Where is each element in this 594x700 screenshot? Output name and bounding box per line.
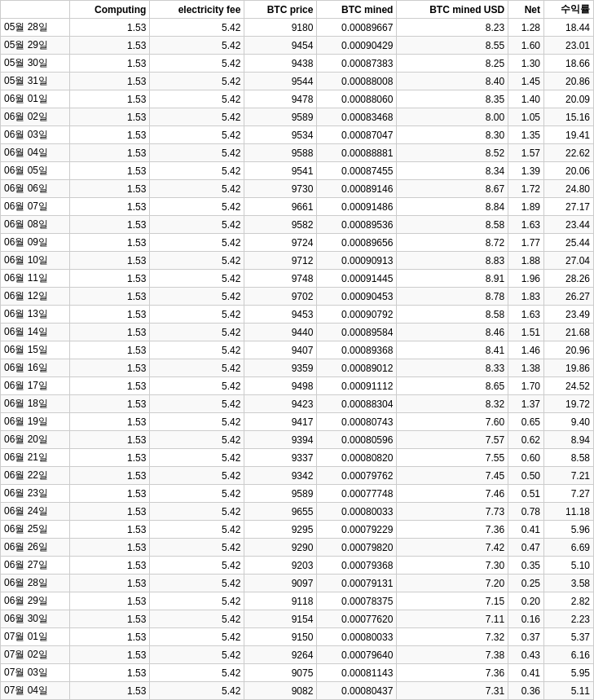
value-cell: 0.00078375 xyxy=(317,592,397,610)
value-cell: 1.35 xyxy=(508,126,544,144)
value-cell: 9417 xyxy=(244,413,317,431)
value-cell: 1.77 xyxy=(508,234,544,252)
value-cell: 0.00091486 xyxy=(317,198,397,216)
value-cell: 0.00077748 xyxy=(317,485,397,503)
value-cell: 9661 xyxy=(244,198,317,216)
value-cell: 5.42 xyxy=(150,270,244,288)
value-cell: 8.00 xyxy=(397,108,508,126)
table-row: 05월 30일1.535.4294380.000873838.251.3018.… xyxy=(1,55,594,73)
value-cell: 0.00080033 xyxy=(317,628,397,646)
value-cell: 9295 xyxy=(244,521,317,539)
date-cell: 06월 08일 xyxy=(1,216,70,234)
date-cell: 06월 30일 xyxy=(1,610,70,628)
value-cell: 7.15 xyxy=(397,592,508,610)
value-cell: 0.00091445 xyxy=(317,270,397,288)
table-row: 07월 04일1.535.4290820.000804377.310.365.1… xyxy=(1,682,594,700)
value-cell: 5.42 xyxy=(150,90,244,108)
value-cell: 0.00089368 xyxy=(317,341,397,359)
value-cell: 19.41 xyxy=(544,126,594,144)
value-cell: 22.62 xyxy=(544,144,594,162)
column-header: BTC price xyxy=(244,1,317,19)
date-cell: 06월 07일 xyxy=(1,198,70,216)
value-cell: 5.42 xyxy=(150,557,244,575)
table-row: 06월 10일1.535.4297120.000909138.831.8827.… xyxy=(1,252,594,270)
value-cell: 28.26 xyxy=(544,270,594,288)
table-row: 06월 02일1.535.4295890.000834688.001.0515.… xyxy=(1,108,594,126)
value-cell: 7.55 xyxy=(397,449,508,467)
date-cell: 06월 22일 xyxy=(1,467,70,485)
value-cell: 8.34 xyxy=(397,162,508,180)
value-cell: 5.42 xyxy=(150,664,244,682)
value-cell: 18.44 xyxy=(544,19,594,37)
value-cell: 18.66 xyxy=(544,55,594,73)
value-cell: 1.46 xyxy=(508,341,544,359)
date-cell: 06월 28일 xyxy=(1,575,70,592)
date-cell: 06월 09일 xyxy=(1,234,70,252)
value-cell: 9342 xyxy=(244,467,317,485)
value-cell: 7.32 xyxy=(397,628,508,646)
value-cell: 0.62 xyxy=(508,431,544,449)
value-cell: 5.42 xyxy=(150,682,244,700)
date-cell: 07월 02일 xyxy=(1,646,70,664)
value-cell: 1.28 xyxy=(508,19,544,37)
value-cell: 1.53 xyxy=(70,90,150,108)
value-cell: 9724 xyxy=(244,234,317,252)
value-cell: 7.57 xyxy=(397,431,508,449)
value-cell: 0.00087047 xyxy=(317,126,397,144)
value-cell: 9712 xyxy=(244,252,317,270)
value-cell: 0.00088881 xyxy=(317,144,397,162)
value-cell: 1.45 xyxy=(508,73,544,90)
value-cell: 9655 xyxy=(244,503,317,521)
value-cell: 7.42 xyxy=(397,539,508,557)
value-cell: 1.53 xyxy=(70,521,150,539)
value-cell: 0.51 xyxy=(508,485,544,503)
value-cell: 0.00087455 xyxy=(317,162,397,180)
value-cell: 0.00089667 xyxy=(317,19,397,37)
date-cell: 06월 18일 xyxy=(1,395,70,413)
value-cell: 0.00080596 xyxy=(317,431,397,449)
value-cell: 7.20 xyxy=(397,575,508,592)
value-cell: 8.83 xyxy=(397,252,508,270)
value-cell: 8.46 xyxy=(397,324,508,341)
value-cell: 1.53 xyxy=(70,180,150,198)
value-cell: 23.44 xyxy=(544,216,594,234)
value-cell: 1.53 xyxy=(70,485,150,503)
value-cell: 1.53 xyxy=(70,252,150,270)
value-cell: 1.63 xyxy=(508,216,544,234)
value-cell: 1.88 xyxy=(508,252,544,270)
column-header: Net xyxy=(508,1,544,19)
date-cell: 06월 27일 xyxy=(1,557,70,575)
value-cell: 1.96 xyxy=(508,270,544,288)
column-header: electricity fee xyxy=(150,1,244,19)
date-cell: 06월 26일 xyxy=(1,539,70,557)
value-cell: 1.60 xyxy=(508,37,544,55)
value-cell: 1.53 xyxy=(70,646,150,664)
value-cell: 8.72 xyxy=(397,234,508,252)
date-cell: 06월 19일 xyxy=(1,413,70,431)
value-cell: 1.53 xyxy=(70,503,150,521)
value-cell: 1.53 xyxy=(70,431,150,449)
value-cell: 20.86 xyxy=(544,73,594,90)
date-cell: 06월 04일 xyxy=(1,144,70,162)
value-cell: 8.40 xyxy=(397,73,508,90)
value-cell: 8.41 xyxy=(397,341,508,359)
date-cell: 06월 11일 xyxy=(1,270,70,288)
value-cell: 9588 xyxy=(244,144,317,162)
table-row: 06월 17일1.535.4294980.000911128.651.7024.… xyxy=(1,377,594,395)
value-cell: 9075 xyxy=(244,664,317,682)
value-cell: 0.00088304 xyxy=(317,395,397,413)
value-cell: 0.00089584 xyxy=(317,324,397,341)
date-cell: 06월 02일 xyxy=(1,108,70,126)
value-cell: 8.30 xyxy=(397,126,508,144)
value-cell: 2.23 xyxy=(544,610,594,628)
value-cell: 0.00079820 xyxy=(317,539,397,557)
value-cell: 9478 xyxy=(244,90,317,108)
value-cell: 1.72 xyxy=(508,180,544,198)
table-row: 06월 20일1.535.4293940.000805967.570.628.9… xyxy=(1,431,594,449)
value-cell: 8.58 xyxy=(544,449,594,467)
value-cell: 8.23 xyxy=(397,19,508,37)
value-cell: 0.36 xyxy=(508,682,544,700)
value-cell: 7.31 xyxy=(397,682,508,700)
value-cell: 5.42 xyxy=(150,628,244,646)
value-cell: 0.41 xyxy=(508,664,544,682)
